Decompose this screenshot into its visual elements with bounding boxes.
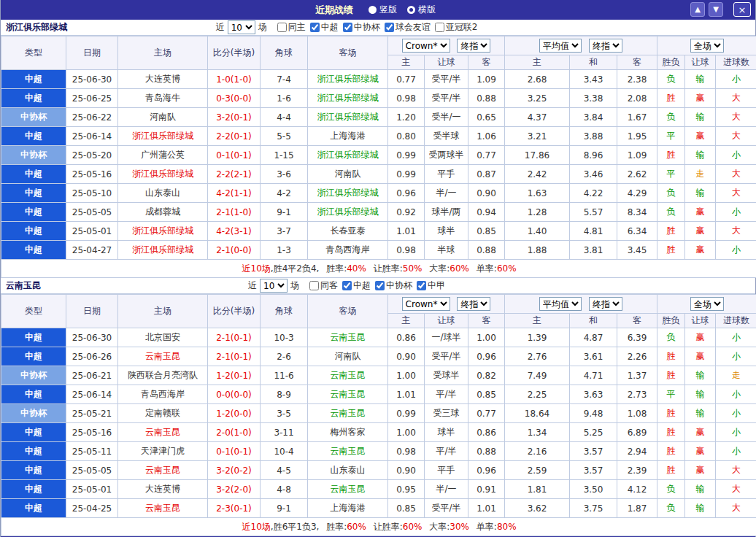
view-option-vertical[interactable]: 竖版 (369, 4, 397, 16)
col-odds-away: 客 (468, 314, 505, 328)
home-team[interactable]: 成都蓉城 (118, 203, 208, 222)
home-team[interactable]: 浙江俱乐部绿城 (118, 165, 208, 184)
bookmaker-select[interactable]: Crown* (402, 39, 450, 53)
match-date: 25-06-30 (66, 70, 118, 89)
radio-selected-icon[interactable] (407, 6, 415, 14)
goals-result-cell: 小 (716, 203, 756, 222)
league-filter[interactable]: 同主 (277, 21, 306, 34)
away-team[interactable]: 上海海港 (308, 499, 388, 518)
scope-select[interactable]: 全场 (690, 297, 724, 311)
home-team[interactable]: 河南队 (118, 108, 208, 127)
odds-time-select[interactable]: 终指 (457, 39, 490, 53)
average-select[interactable]: 平均值 (539, 39, 582, 53)
home-team[interactable]: 定南赣联 (118, 404, 208, 423)
home-team[interactable]: 大连英博 (118, 70, 208, 89)
away-team[interactable]: 云南玉昆 (308, 328, 388, 347)
away-team[interactable]: 长春亚泰 (308, 222, 388, 241)
home-team[interactable]: 浙江俱乐部绿城 (118, 127, 208, 146)
let-rate-value: 60% (403, 522, 423, 532)
avg-time-select[interactable]: 终指 (589, 39, 622, 53)
scroll-up-button[interactable]: ▲ (690, 2, 705, 17)
league-filter-checkbox[interactable] (417, 281, 426, 290)
home-team[interactable]: 广州蒲公英 (118, 146, 208, 165)
league-filter[interactable]: 中超 (310, 21, 339, 34)
league-filter-checkbox[interactable] (375, 281, 385, 290)
goals-result-cell: 大 (716, 127, 756, 146)
away-team[interactable]: 河南队 (308, 165, 388, 184)
league-filter-checkbox[interactable] (342, 281, 352, 290)
home-team[interactable]: 北京国安 (118, 328, 208, 347)
away-team[interactable]: 浙江俱乐部绿城 (308, 89, 388, 108)
goals-result-cell: 小 (716, 423, 756, 442)
home-team[interactable]: 大连英博 (118, 480, 208, 499)
league-filter-checkbox[interactable] (277, 23, 287, 32)
avg-time-select[interactable]: 终指 (589, 297, 622, 311)
home-team[interactable]: 云南玉昆 (118, 499, 208, 518)
avg-home: 18.64 (505, 404, 570, 423)
away-team[interactable]: 梅州客家 (308, 423, 388, 442)
away-team[interactable]: 浙江俱乐部绿城 (308, 108, 388, 127)
home-team[interactable]: 陕西联合月亮湾队 (118, 366, 208, 385)
avg-home: 1.40 (505, 222, 570, 241)
odds-away: 0.94 (468, 203, 505, 222)
away-team[interactable]: 浙江俱乐部绿城 (308, 184, 388, 203)
close-button[interactable]: × (733, 2, 751, 17)
match-score: 3-2(0-2) (208, 461, 261, 480)
league-filter[interactable]: 球会友谊 (385, 21, 431, 34)
home-team[interactable]: 山东泰山 (118, 184, 208, 203)
league-filter-checkbox[interactable] (309, 281, 319, 290)
big-rate-value: 30% (450, 522, 469, 532)
away-team[interactable]: 青岛西海岸 (308, 241, 388, 260)
match-row: 中超 25-04-27 浙江俱乐部绿城 2-1(0-0) 1-3 青岛西海岸 0… (1, 241, 756, 260)
match-row: 中协杯 25-05-21 定南赣联 1-2(0-0) 3-5 云南玉昆 0.99… (1, 404, 756, 423)
col-result: 胜负 (657, 55, 685, 70)
recent-count-select[interactable]: 10 (228, 20, 255, 34)
avg-draw: 3.50 (570, 480, 617, 499)
away-team[interactable]: 浙江俱乐部绿城 (308, 70, 388, 89)
league-filter-checkbox[interactable] (385, 23, 394, 32)
average-select[interactable]: 平均值 (539, 297, 582, 311)
recent-count-select[interactable]: 10 (260, 279, 288, 293)
home-team[interactable]: 云南玉昆 (118, 423, 208, 442)
league-filter-checkbox[interactable] (343, 23, 352, 32)
scroll-down-button[interactable]: ▼ (709, 2, 723, 17)
league-filter[interactable]: 中超 (342, 279, 371, 292)
league-filter-checkbox[interactable] (435, 23, 444, 32)
league-filter[interactable]: 亚冠联2 (435, 21, 478, 34)
away-team[interactable]: 云南玉昆 (308, 442, 388, 461)
away-team[interactable]: 浙江俱乐部绿城 (308, 203, 388, 222)
league-filter-label: 亚冠联2 (446, 21, 478, 34)
away-team[interactable]: 山东泰山 (308, 461, 388, 480)
league-filter-checkbox[interactable] (310, 23, 320, 32)
away-team[interactable]: 云南玉昆 (308, 404, 388, 423)
home-team[interactable]: 青岛海牛 (118, 89, 208, 108)
avg-home: 4.37 (505, 108, 570, 127)
home-team[interactable]: 云南玉昆 (118, 461, 208, 480)
away-team[interactable]: 上海海港 (308, 127, 388, 146)
odds-time-select[interactable]: 终指 (457, 297, 490, 311)
home-team[interactable]: 浙江俱乐部绿城 (118, 222, 208, 241)
col-type: 类型 (1, 295, 66, 328)
home-team[interactable]: 浙江俱乐部绿城 (118, 241, 208, 260)
view-option-horizontal[interactable]: 横版 (407, 4, 436, 16)
match-score: 1-2(0-0) (208, 404, 261, 423)
radio-unselected-icon[interactable] (369, 6, 377, 14)
away-team[interactable]: 云南玉昆 (308, 480, 388, 499)
away-team[interactable]: 浙江俱乐部绿城 (308, 146, 388, 165)
league-filter[interactable]: 中甲 (417, 279, 445, 292)
filter-bar: 近 10 场 同客 中超 (248, 279, 450, 293)
away-team[interactable]: 云南玉昆 (308, 385, 388, 404)
scope-select[interactable]: 全场 (690, 39, 724, 53)
league-filter[interactable]: 中协杯 (343, 21, 380, 34)
home-team[interactable]: 云南玉昆 (118, 347, 208, 366)
away-team[interactable]: 河南队 (308, 347, 388, 366)
home-team[interactable]: 天津津门虎 (118, 442, 208, 461)
away-team[interactable]: 云南玉昆 (308, 366, 388, 385)
avg-away: 8.34 (617, 203, 657, 222)
bookmaker-select[interactable]: Crown* (402, 297, 450, 311)
home-team[interactable]: 青岛西海岸 (118, 385, 208, 404)
avg-draw: 4.87 (570, 328, 617, 347)
league-filter[interactable]: 中协杯 (375, 279, 412, 292)
league-filter[interactable]: 同客 (309, 279, 338, 292)
league-type-cell: 中超 (1, 328, 66, 347)
